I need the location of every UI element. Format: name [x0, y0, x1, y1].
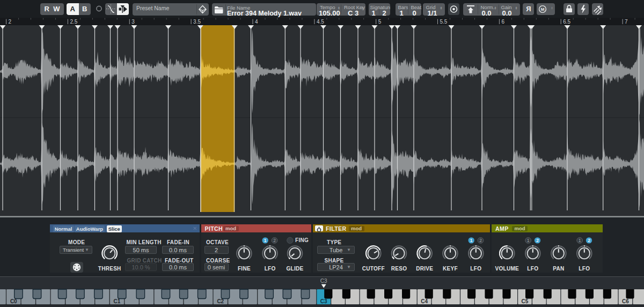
svg-text:C2: C2: [217, 298, 224, 304]
svg-text:1: 1: [470, 237, 473, 243]
svg-text:3.5: 3.5: [193, 19, 201, 25]
svg-text:4: 4: [255, 19, 258, 25]
svg-text:2: 2: [588, 237, 590, 243]
svg-text:2: 2: [479, 237, 482, 243]
svg-text:6: 6: [501, 19, 504, 25]
svg-text:1: 1: [264, 237, 267, 243]
svg-text:C5: C5: [522, 298, 529, 304]
svg-text:5: 5: [378, 19, 382, 25]
svg-text:M: M: [541, 7, 545, 12]
svg-text:5.5: 5.5: [440, 19, 448, 25]
svg-text:7: 7: [625, 19, 628, 25]
svg-text:C1: C1: [114, 298, 121, 304]
svg-text:2: 2: [273, 237, 276, 243]
svg-text:C3: C3: [320, 278, 327, 284]
svg-text:2.5: 2.5: [70, 19, 77, 25]
svg-text:1: 1: [579, 237, 581, 243]
svg-text:6.5: 6.5: [563, 19, 570, 25]
svg-text:3: 3: [131, 19, 135, 25]
svg-text:C6: C6: [622, 298, 629, 304]
svg-text:2: 2: [9, 19, 12, 25]
svg-text:C4: C4: [421, 298, 428, 304]
svg-text:2: 2: [536, 237, 539, 243]
svg-text:C3: C3: [320, 298, 327, 304]
svg-text:4.5: 4.5: [317, 19, 324, 25]
svg-text:1: 1: [527, 237, 530, 243]
svg-text:C0: C0: [10, 298, 17, 304]
